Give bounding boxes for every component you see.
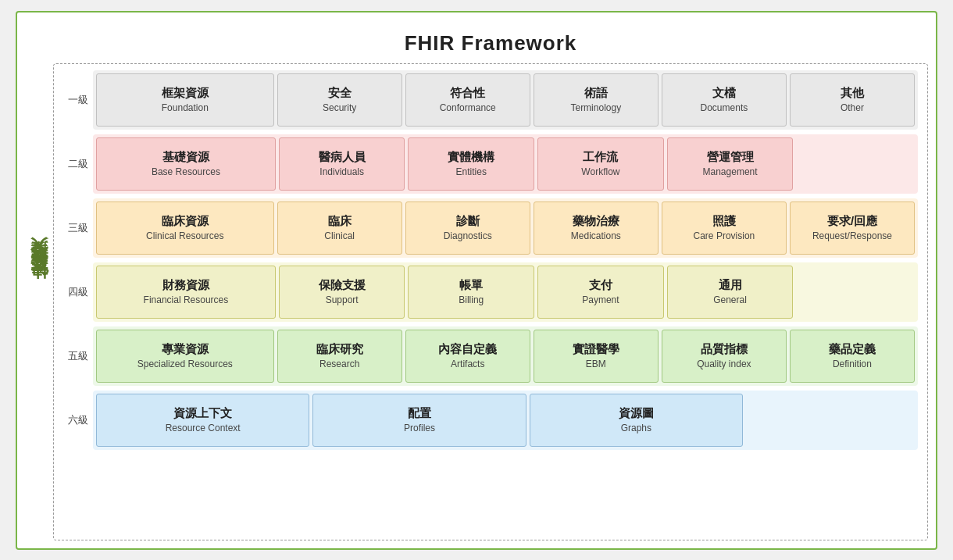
cell-zh-l3-5: 要求/回應: [827, 212, 877, 229]
cell-zh-l2-0: 基礎資源: [162, 148, 209, 165]
cell-zh-l1-2: 符合性: [450, 84, 485, 101]
cell-en-l4-1: Support: [326, 294, 359, 307]
cell-en-l3-2: Diagnostics: [444, 230, 492, 243]
main-content: FHIR Framework 一級框架資源Foundation安全Securit…: [53, 20, 928, 540]
vertical-label: 快速交互資源雙擬大: [25, 20, 53, 540]
cell-l2-3: 工作流Workflow: [537, 137, 664, 191]
cell-zh-l2-4: 營運管理: [707, 148, 754, 165]
cell-zh-l5-2: 內容自定義: [438, 341, 497, 357]
cell-l3-2: 診斷Diagnostics: [405, 202, 530, 255]
cell-en-l1-2: Conformance: [440, 102, 496, 115]
cell-en-l5-1: Research: [319, 358, 359, 371]
cell-en-l2-4: Management: [703, 166, 758, 179]
cell-zh-l1-1: 安全: [328, 84, 352, 101]
cell-l6-1: 配置Profiles: [312, 394, 526, 447]
level-label-l1: 一級: [63, 70, 93, 130]
cell-zh-l4-1: 保險支援: [319, 276, 366, 293]
row-level-l6: 六級資源上下文Resource Context配置Profiles資源圖Grap…: [63, 391, 918, 450]
row-content-l2: 基礎資源Base Resources醫病人員Individuals實體機構Ent…: [93, 134, 918, 194]
cell-zh-l5-5: 藥品定義: [829, 341, 876, 357]
cell-l2-4: 營運管理Management: [667, 137, 794, 191]
cell-l3-5: 要求/回應Request/Response: [790, 202, 915, 255]
cell-zh-l5-4: 品質指標: [701, 341, 748, 357]
cell-en-l2-1: Individuals: [319, 166, 364, 179]
spacer-l4-0: [796, 266, 915, 319]
cell-en-l1-5: Other: [841, 102, 864, 115]
cell-en-l4-3: Payment: [582, 294, 619, 307]
row-level-l3: 三級臨床資源Clinical Resources臨床Clinical診斷Diag…: [63, 198, 918, 258]
page-title: FHIR Framework: [53, 20, 928, 63]
cell-en-l2-2: Entities: [456, 166, 487, 179]
cell-zh-l4-0: 財務資源: [162, 276, 209, 293]
cell-zh-l1-4: 文檔: [712, 84, 736, 101]
level-label-l6: 六級: [63, 391, 93, 450]
cell-zh-l3-3: 藥物治療: [573, 212, 619, 229]
cell-en-l4-0: Financial Resources: [144, 294, 229, 307]
outer-container: 快速交互資源雙擬大 FHIR Framework 一級框架資源Foundatio…: [16, 11, 937, 550]
cell-en-l1-4: Documents: [701, 102, 748, 115]
cell-en-l5-0: Specialized Resources: [137, 358, 233, 371]
cell-l3-4: 照護Care Provision: [662, 202, 787, 255]
cell-zh-l1-5: 其他: [841, 84, 864, 101]
cell-zh-l6-0: 資源上下文: [173, 405, 232, 421]
cell-en-l6-0: Resource Context: [166, 423, 241, 435]
row-content-l6: 資源上下文Resource Context配置Profiles資源圖Graphs: [93, 391, 918, 450]
cell-l4-0: 財務資源Financial Resources: [96, 266, 276, 319]
cell-zh-l1-0: 框架資源: [162, 84, 209, 101]
cell-l2-0: 基礎資源Base Resources: [96, 137, 276, 191]
cell-en-l1-0: Foundation: [162, 102, 209, 115]
cell-zh-l4-4: 通用: [719, 276, 742, 293]
cell-en-l1-3: Terminology: [570, 102, 621, 115]
row-level-l5: 五級專業資源Specialized Resources臨床研究Research內…: [63, 326, 918, 386]
cell-zh-l3-2: 診斷: [456, 212, 480, 229]
cell-en-l4-2: Billing: [459, 294, 484, 307]
level-label-l4: 四級: [63, 262, 93, 322]
cell-l1-1: 安全Security: [277, 73, 402, 127]
cell-zh-l2-1: 醫病人員: [319, 148, 366, 165]
cell-zh-l4-3: 支付: [589, 276, 612, 293]
cell-l6-0: 資源上下文Resource Context: [96, 394, 309, 447]
spacer-l6: [746, 394, 915, 447]
cell-l1-5: 其他Other: [790, 73, 915, 127]
cell-en-l1-1: Security: [323, 102, 356, 115]
cell-en-l3-3: Medications: [571, 230, 621, 243]
row-content-l1: 框架資源Foundation安全Security符合性Conformance術語…: [93, 70, 918, 130]
cell-l4-1: 保險支援Support: [279, 266, 405, 319]
row-level-l2: 二級基礎資源Base Resources醫病人員Individuals實體機構E…: [63, 134, 918, 194]
cell-zh-l4-2: 帳單: [459, 276, 483, 293]
cell-en-l5-2: Artifacts: [451, 358, 484, 371]
cell-en-l3-5: Request/Response: [812, 230, 892, 243]
cell-zh-l3-4: 照護: [712, 212, 736, 229]
cell-l3-0: 臨床資源Clinical Resources: [96, 202, 274, 255]
cell-zh-l6-1: 配置: [408, 405, 431, 421]
cell-l4-4: 通用General: [667, 266, 794, 319]
cell-en-l5-4: Quality index: [697, 358, 751, 371]
cell-l5-5: 藥品定義Definition: [790, 330, 915, 383]
cell-l5-4: 品質指標Quality index: [662, 330, 787, 383]
cell-l5-0: 專業資源Specialized Resources: [96, 330, 274, 383]
row-level-l4: 四級財務資源Financial Resources保險支援Support帳單Bi…: [63, 262, 918, 322]
row-content-l4: 財務資源Financial Resources保險支援Support帳單Bill…: [93, 262, 918, 322]
row-content-l5: 專業資源Specialized Resources臨床研究Research內容自…: [93, 326, 918, 386]
cell-zh-l3-0: 臨床資源: [162, 212, 209, 229]
cell-zh-l3-1: 臨床: [328, 212, 352, 229]
row-level-l1: 一級框架資源Foundation安全Security符合性Conformance…: [63, 70, 918, 130]
level-label-l2: 二級: [63, 134, 93, 194]
cell-en-l3-4: Care Provision: [694, 230, 755, 243]
cell-zh-l2-2: 實體機構: [448, 148, 494, 165]
level-label-l5: 五級: [63, 326, 93, 386]
cell-l2-2: 實體機構Entities: [408, 137, 534, 191]
spacer-l2-0: [796, 137, 915, 191]
cell-en-l5-5: Definition: [833, 358, 872, 371]
cell-l4-3: 支付Payment: [537, 266, 664, 319]
cell-l5-2: 內容自定義Artifacts: [405, 330, 530, 383]
cell-l5-1: 臨床研究Research: [277, 330, 402, 383]
cell-en-l4-4: General: [713, 294, 747, 307]
cell-en-l6-2: Graphs: [621, 423, 651, 435]
cell-l1-0: 框架資源Foundation: [96, 73, 274, 127]
cell-l1-4: 文檔Documents: [662, 73, 787, 127]
cell-l6-2: 資源圖Graphs: [530, 394, 743, 447]
level-label-l3: 三級: [63, 198, 93, 258]
cell-l5-3: 實證醫學EBM: [534, 330, 659, 383]
cell-l1-2: 符合性Conformance: [405, 73, 530, 127]
